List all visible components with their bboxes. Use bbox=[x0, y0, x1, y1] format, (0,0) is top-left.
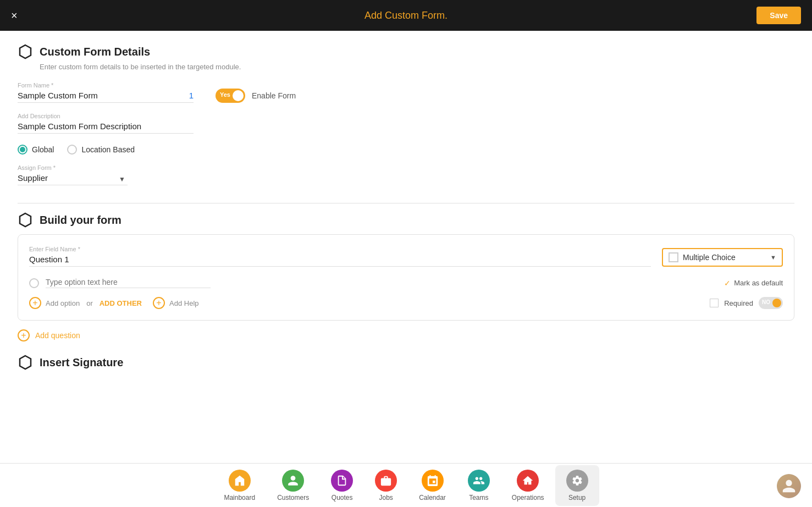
setup-label: Setup bbox=[568, 494, 585, 502]
nav-customers[interactable]: Customers bbox=[266, 465, 320, 506]
jobs-icon bbox=[375, 470, 397, 492]
enable-form-label: Enable Form bbox=[252, 91, 296, 100]
option-row: ✓ Mark as default bbox=[29, 278, 783, 288]
description-label: Add Description bbox=[18, 113, 794, 119]
global-radio-circle bbox=[18, 145, 27, 155]
section-subtitle: Enter custom form details to be inserted… bbox=[40, 63, 794, 71]
section-title: Custom Form Details bbox=[40, 46, 150, 58]
build-form-card: Enter Field Name * Multiple Choice Short… bbox=[18, 234, 794, 321]
field-name-label: Enter Field Name * bbox=[29, 246, 651, 252]
add-help-label: Add Help bbox=[169, 299, 198, 307]
location-radio-circle bbox=[67, 145, 77, 155]
calendar-label: Calendar bbox=[419, 494, 446, 502]
svg-marker-1 bbox=[20, 213, 31, 227]
location-radio-row: Global Location Based bbox=[18, 145, 794, 155]
form-name-group: Form Name * 1 bbox=[18, 82, 194, 103]
assign-form-dropdown-wrap: Supplier Customer Job ▼ bbox=[18, 173, 128, 185]
option-text-input[interactable] bbox=[46, 278, 211, 288]
nav-quotes[interactable]: Quotes bbox=[320, 465, 364, 506]
svg-marker-0 bbox=[20, 45, 31, 58]
required-row: Required NO bbox=[710, 297, 783, 309]
add-other-button[interactable]: ADD OTHER bbox=[100, 299, 142, 307]
build-hexagon-icon bbox=[18, 212, 33, 228]
user-avatar[interactable] bbox=[777, 474, 801, 498]
main-content: Custom Form Details Enter custom form de… bbox=[0, 31, 812, 463]
form-name-input[interactable] bbox=[18, 91, 189, 100]
page-title: Add Custom Form. bbox=[364, 10, 448, 21]
save-button[interactable]: Save bbox=[756, 7, 801, 24]
divider bbox=[18, 203, 794, 203]
global-radio[interactable]: Global bbox=[18, 145, 54, 155]
custom-form-details-header: Custom Form Details bbox=[18, 44, 794, 59]
location-based-radio[interactable]: Location Based bbox=[67, 145, 135, 155]
location-based-label: Location Based bbox=[81, 145, 135, 154]
add-question-circle-btn[interactable]: + bbox=[18, 329, 30, 341]
operations-icon bbox=[517, 470, 539, 492]
assign-form-select[interactable]: Supplier Customer Job bbox=[18, 173, 128, 185]
description-group: Add Description bbox=[18, 113, 794, 134]
operations-label: Operations bbox=[512, 494, 544, 502]
or-separator: or bbox=[86, 299, 93, 307]
mainboard-icon bbox=[229, 470, 251, 492]
enable-form-toggle-row: Yes Enable Form bbox=[216, 89, 296, 103]
insert-signature-title: Insert Signature bbox=[40, 356, 123, 369]
field-type-select[interactable]: Multiple Choice Short Answer Long Answer… bbox=[683, 253, 770, 262]
add-question-label: Add question bbox=[35, 331, 80, 340]
nav-operations[interactable]: Operations bbox=[501, 465, 555, 506]
close-button[interactable]: × bbox=[11, 10, 18, 21]
mc-checkbox-icon bbox=[669, 252, 678, 262]
teams-icon bbox=[468, 470, 490, 492]
mainboard-label: Mainboard bbox=[224, 494, 255, 502]
build-form-title: Build your form bbox=[40, 214, 121, 227]
required-checkbox[interactable] bbox=[710, 299, 719, 307]
add-question-row[interactable]: + Add question bbox=[18, 329, 794, 341]
nav-mainboard[interactable]: Mainboard bbox=[213, 465, 266, 506]
form-name-blue: 1 bbox=[189, 91, 194, 100]
form-name-label: Form Name * bbox=[18, 82, 194, 89]
hexagon-icon bbox=[18, 44, 33, 59]
setup-icon bbox=[566, 470, 588, 492]
nav-teams[interactable]: Teams bbox=[457, 465, 501, 506]
top-header: × Add Custom Form. Save bbox=[0, 0, 812, 31]
description-input[interactable] bbox=[18, 122, 194, 134]
add-option-button[interactable]: + bbox=[29, 297, 41, 309]
bottom-nav: Mainboard Customers Quotes Jobs Calendar… bbox=[0, 463, 812, 507]
sig-hexagon-icon bbox=[18, 355, 33, 370]
nav-setup[interactable]: Setup bbox=[555, 465, 599, 506]
mc-arrow-icon: ▼ bbox=[770, 254, 776, 261]
add-option-left: + Add option or ADD OTHER + Add Help bbox=[29, 297, 199, 309]
required-label: Required bbox=[724, 299, 753, 307]
nav-calendar[interactable]: Calendar bbox=[408, 465, 457, 506]
teams-label: Teams bbox=[469, 494, 488, 502]
customers-label: Customers bbox=[277, 494, 309, 502]
mark-as-default-btn[interactable]: ✓ Mark as default bbox=[724, 279, 783, 288]
nav-jobs[interactable]: Jobs bbox=[364, 465, 408, 506]
insert-signature-section: Insert Signature bbox=[18, 355, 794, 370]
mark-as-default-label: Mark as default bbox=[734, 279, 783, 287]
option-radio bbox=[29, 278, 39, 288]
enable-form-toggle[interactable]: Yes bbox=[216, 89, 245, 103]
assign-form-row: Assign Form * Supplier Customer Job ▼ bbox=[18, 164, 794, 185]
jobs-label: Jobs bbox=[379, 494, 393, 502]
field-name-input[interactable] bbox=[29, 255, 651, 267]
svg-marker-2 bbox=[20, 356, 31, 369]
field-name-group: Enter Field Name * bbox=[29, 246, 651, 267]
required-toggle[interactable]: NO bbox=[759, 297, 783, 309]
add-option-label: Add option bbox=[46, 299, 80, 307]
add-help-button[interactable]: + bbox=[153, 297, 165, 309]
assign-form-label: Assign Form * bbox=[18, 164, 794, 171]
multiple-choice-dropdown[interactable]: Multiple Choice Short Answer Long Answer… bbox=[662, 248, 783, 267]
customers-icon bbox=[282, 470, 304, 492]
check-icon: ✓ bbox=[724, 279, 731, 288]
calendar-icon bbox=[422, 470, 444, 492]
build-form-header: Build your form bbox=[18, 212, 794, 228]
field-name-row: Enter Field Name * Multiple Choice Short… bbox=[29, 246, 783, 267]
quotes-icon bbox=[331, 470, 353, 492]
form-name-row: Form Name * 1 Yes Enable Form bbox=[18, 82, 794, 103]
quotes-label: Quotes bbox=[332, 494, 353, 502]
option-left bbox=[29, 278, 211, 288]
global-label: Global bbox=[32, 145, 54, 154]
build-form-section: Build your form Enter Field Name * Multi… bbox=[18, 212, 794, 341]
add-option-row: + Add option or ADD OTHER + Add Help Req… bbox=[29, 297, 783, 309]
